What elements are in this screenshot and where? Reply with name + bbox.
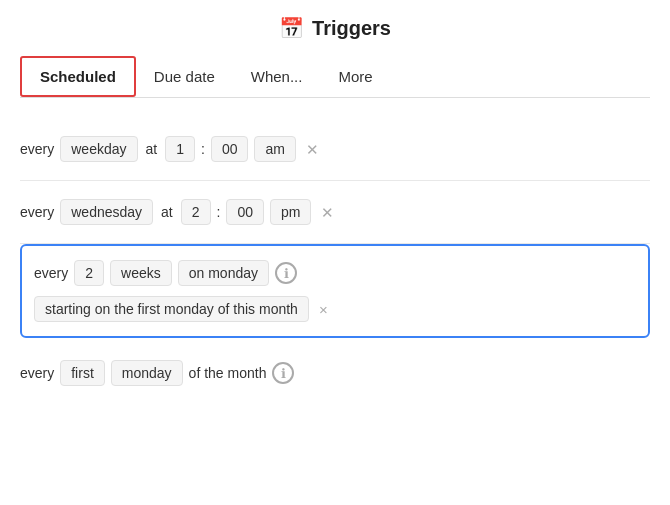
weeks-chip[interactable]: weeks xyxy=(110,260,172,286)
trigger-row-main: every 2 weeks on monday ℹ xyxy=(34,260,297,286)
close-btn-1[interactable]: ✕ xyxy=(302,140,323,159)
colon-1: : xyxy=(201,141,205,157)
sub-close-btn[interactable]: × xyxy=(315,300,332,319)
on-monday-chip[interactable]: on monday xyxy=(178,260,269,286)
every-label-3: every xyxy=(34,265,68,281)
every-label-2: every xyxy=(20,204,54,220)
triggers-list: every weekday at 1 : 00 am ✕ every wedne… xyxy=(20,118,650,404)
every-label-1: every xyxy=(20,141,54,157)
ampm-chip-2[interactable]: pm xyxy=(270,199,311,225)
close-btn-2[interactable]: ✕ xyxy=(317,203,338,222)
trigger-row-1: every weekday at 1 : 00 am ✕ xyxy=(20,118,650,181)
every-label-4: every xyxy=(20,365,54,381)
page-title: 📅 Triggers xyxy=(20,16,650,40)
ampm-chip-1[interactable]: am xyxy=(254,136,295,162)
minutes-chip-1[interactable]: 00 xyxy=(211,136,249,162)
hour-chip-2[interactable]: 2 xyxy=(181,199,211,225)
tab-when[interactable]: When... xyxy=(233,58,321,95)
tab-due-date[interactable]: Due date xyxy=(136,58,233,95)
colon-2: : xyxy=(217,204,221,220)
info-icon-3[interactable]: ℹ xyxy=(275,262,297,284)
period-chip-2[interactable]: wednesday xyxy=(60,199,153,225)
trigger-row-2: every wednesday at 2 : 00 pm ✕ xyxy=(20,181,650,244)
period-chip-1[interactable]: weekday xyxy=(60,136,137,162)
hour-chip-1[interactable]: 1 xyxy=(165,136,195,162)
of-the-month-label: of the month xyxy=(189,365,267,381)
page-wrapper: 📅 Triggers Scheduled Due date When... Mo… xyxy=(0,0,670,505)
at-label-2: at xyxy=(159,204,175,220)
info-icon-4[interactable]: ℹ xyxy=(272,362,294,384)
calendar-icon: 📅 xyxy=(279,16,304,40)
title-text: Triggers xyxy=(312,17,391,40)
monday-chip[interactable]: monday xyxy=(111,360,183,386)
at-label-1: at xyxy=(144,141,160,157)
sub-row: starting on the first monday of this mon… xyxy=(34,296,332,322)
tab-more[interactable]: More xyxy=(320,58,390,95)
first-chip[interactable]: first xyxy=(60,360,105,386)
tab-scheduled[interactable]: Scheduled xyxy=(20,56,136,97)
trigger-row-last: every first monday of the month ℹ xyxy=(20,342,650,404)
trigger-row-highlighted: every 2 weeks on monday ℹ starting on th… xyxy=(20,244,650,338)
minutes-chip-2[interactable]: 00 xyxy=(226,199,264,225)
number-chip[interactable]: 2 xyxy=(74,260,104,286)
tabs-bar: Scheduled Due date When... More xyxy=(20,56,650,98)
sub-text: starting on the first monday of this mon… xyxy=(34,296,309,322)
